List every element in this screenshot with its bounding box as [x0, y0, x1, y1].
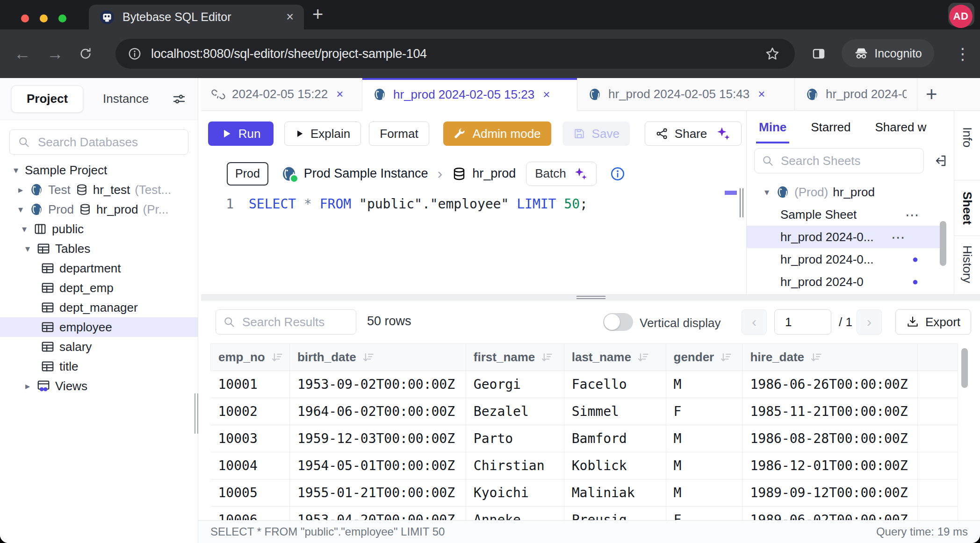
browser-new-tab-button[interactable]: + [312, 4, 323, 25]
panel-resize-handle[interactable] [740, 188, 743, 217]
table-cell[interactable]: Anneke [466, 507, 564, 521]
table-cell[interactable]: 1955-01-21T00:00:00Z [289, 479, 466, 507]
table-cell[interactable]: 10004 [211, 452, 290, 479]
caret-down-icon[interactable]: ▾ [20, 223, 29, 235]
results-search[interactable] [216, 309, 356, 335]
admin-mode-button[interactable]: Admin mode [443, 121, 551, 146]
back-button[interactable]: ← [14, 45, 31, 62]
environment-chip[interactable]: Prod [227, 162, 268, 186]
import-sheet-icon[interactable] [932, 153, 947, 168]
table-cell[interactable]: 1953-04-20T00:00:00Z [289, 507, 466, 521]
caret-down-icon[interactable]: ▾ [12, 164, 20, 176]
ai-sparkle-icon[interactable] [715, 126, 731, 142]
browser-menu-button[interactable]: ⋮ [955, 44, 971, 63]
table-row[interactable]: 100011953-09-02T00:00:00ZGeorgiFacelloM1… [211, 371, 958, 398]
sidebar-settings-icon[interactable] [172, 92, 187, 107]
sheet-tab-starred[interactable]: Starred [811, 111, 850, 143]
table-cell[interactable]: 1986-06-26T00:00:00Z [742, 371, 918, 398]
strip-tab-info[interactable]: Info [954, 117, 980, 157]
batch-button[interactable]: Batch [526, 162, 597, 186]
bookmark-star-icon[interactable] [765, 46, 780, 61]
table-cell[interactable]: M [666, 452, 742, 479]
database-search-input[interactable] [37, 135, 180, 150]
table-cell[interactable]: Bamford [564, 425, 666, 452]
tree-item-Sample Project[interactable]: ▾Sample Project [0, 160, 198, 180]
editor-tab[interactable]: hr_prod 2024-02-05 15:43× [577, 78, 795, 110]
table-cell[interactable]: F [666, 398, 742, 425]
explain-button[interactable]: Explain [284, 121, 361, 146]
table-cell[interactable]: F [666, 507, 742, 521]
next-page-button[interactable]: › [857, 309, 882, 335]
window-minimize-button[interactable] [40, 14, 48, 22]
table-cell[interactable]: Bezalel [466, 398, 564, 425]
tree-item-hr_test[interactable]: ▸Testhr_test(Test... [0, 180, 198, 200]
sheet-tab-mine[interactable]: Mine [759, 111, 786, 143]
table-cell[interactable]: 1959-12-03T00:00:00Z [289, 425, 466, 452]
run-button[interactable]: Run [208, 121, 274, 146]
column-header-hire_date[interactable]: hire_date [742, 344, 918, 371]
table-cell[interactable]: 10001 [211, 371, 290, 398]
window-zoom-button[interactable] [58, 14, 66, 22]
results-scrollbar[interactable] [961, 348, 968, 388]
prev-page-button[interactable]: ‹ [742, 309, 767, 335]
table-row[interactable]: 100031959-12-03T00:00:00ZPartoBamfordM19… [211, 425, 958, 452]
caret-right-icon[interactable]: ▸ [23, 380, 32, 392]
column-header-gender[interactable]: gender [666, 344, 742, 371]
close-tab-icon[interactable]: × [336, 87, 343, 101]
avatar[interactable]: AD [949, 5, 973, 28]
database-search[interactable] [9, 129, 188, 155]
tree-item-Views[interactable]: ▸Views [0, 376, 198, 396]
caret-down-icon[interactable]: ▾ [23, 243, 32, 254]
editor-minimap[interactable] [724, 191, 738, 294]
table-cell[interactable]: M [666, 425, 742, 452]
tree-item-salary[interactable]: salary [0, 337, 198, 357]
table-cell[interactable]: 1989-09-12T00:00:00Z [742, 479, 918, 507]
new-sheet-button[interactable]: + [926, 83, 937, 106]
tree-item-hr_prod[interactable]: ▾Prodhr_prod(Pr... [0, 200, 198, 219]
site-info-icon[interactable] [128, 47, 142, 61]
table-cell[interactable]: 1953-09-02T00:00:00Z [289, 371, 466, 398]
table-cell[interactable]: M [666, 479, 742, 507]
table-cell[interactable]: Kyoichi [466, 479, 564, 507]
tree-item-dept_emp[interactable]: dept_emp [0, 278, 198, 298]
tree-item-Tables[interactable]: ▾Tables [0, 239, 198, 258]
table-cell[interactable]: 1964-06-02T00:00:00Z [289, 398, 466, 425]
sheet-tab-shared-w[interactable]: Shared w [875, 111, 927, 143]
divider-drag-handle[interactable] [576, 296, 605, 299]
tab-project[interactable]: Project [11, 86, 83, 113]
sheet-item[interactable]: hr_prod 2024-0...● [747, 248, 954, 271]
table-row[interactable]: 100021964-06-02T00:00:00ZBezalelSimmelF1… [211, 398, 958, 425]
close-tab-icon[interactable]: × [758, 87, 765, 101]
connection-info-icon[interactable] [610, 166, 626, 182]
table-cell[interactable]: 10005 [211, 479, 290, 507]
table-cell[interactable]: 1989-06-02T00:00:00Z [742, 507, 918, 521]
table-row[interactable]: 100051955-01-21T00:00:00ZKyoichiMaliniak… [211, 479, 958, 507]
sheet-search-input[interactable] [780, 153, 917, 169]
column-header-last_name[interactable]: last_name [564, 344, 666, 371]
caret-right-icon[interactable]: ▸ [16, 184, 25, 195]
save-button[interactable]: Save [562, 121, 630, 146]
sheet-search[interactable] [754, 148, 924, 173]
caret-down-icon[interactable]: ▾ [763, 186, 771, 198]
tree-item-public[interactable]: ▾public [0, 219, 198, 239]
table-cell[interactable]: Simmel [564, 398, 666, 425]
sheet-item[interactable]: hr_prod 2024-0● [747, 271, 954, 293]
table-cell[interactable]: Parto [466, 425, 564, 452]
column-header-birth_date[interactable]: birth_date [289, 344, 466, 371]
window-close-button[interactable] [21, 14, 29, 22]
address-bar[interactable]: localhost:8080/sql-editor/sheet/project-… [115, 39, 795, 69]
table-row[interactable]: 100041954-05-01T00:00:00ZChirstianKoblic… [211, 452, 958, 479]
table-cell[interactable]: Georgi [466, 371, 564, 398]
database-name[interactable]: hr_prod [472, 166, 516, 181]
close-tab-icon[interactable]: × [543, 87, 550, 102]
table-cell[interactable]: 1954-05-01T00:00:00Z [289, 452, 466, 479]
sheet-item[interactable]: hr_prod 2024-0...⋯ [747, 226, 940, 248]
table-row[interactable]: 100061953-04-20T00:00:00ZAnnekePreusigF1… [211, 507, 958, 521]
side-panel-icon[interactable] [811, 46, 826, 61]
sheet-menu-icon[interactable]: ⋯ [891, 229, 906, 245]
browser-tab[interactable]: Bytebase SQL Editor × [89, 5, 304, 29]
sql-editor[interactable]: 1 SELECT * FROM "public"."employee" LIMI… [201, 191, 724, 294]
browser-tab-close-icon[interactable]: × [286, 11, 294, 23]
sidebar-resize-handle[interactable] [195, 393, 198, 434]
tree-item-title[interactable]: title [0, 357, 198, 376]
